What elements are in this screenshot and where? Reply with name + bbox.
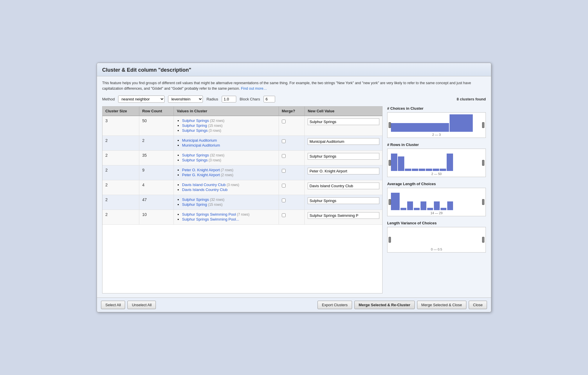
cell-row-count: 50 [139, 116, 174, 136]
avg-len-chart-section: Average Length of Choices [387, 182, 486, 216]
radius-label: Radius [206, 97, 218, 101]
close-button[interactable]: Close [469, 301, 487, 309]
value-row-count: (7 rows) [236, 212, 250, 217]
new-value-input[interactable] [308, 118, 379, 125]
cell-row-count: 9 [139, 165, 174, 180]
list-item: Municipal Auditorium [182, 138, 276, 143]
cell-new-value [305, 195, 382, 210]
choices-slider-right[interactable] [482, 122, 484, 128]
cell-cluster-size: 2 [102, 150, 139, 165]
avg-len-slider-right[interactable] [482, 199, 484, 205]
value-row-count: (2 rows) [220, 173, 233, 177]
table-row: 350Sulphur Springs (32 rows)Sulphur Spri… [102, 116, 382, 136]
cell-new-value [305, 210, 382, 224]
value-link[interactable]: Sulphur Springs [182, 118, 209, 123]
value-row-count: (15 rows) [207, 203, 222, 207]
rows-slider-right[interactable] [482, 160, 484, 166]
rows-chart-section: # Rows in Cluster [387, 143, 486, 177]
keying-select[interactable]: levenshtein [168, 95, 203, 103]
merge-checkbox[interactable] [282, 184, 286, 188]
method-select[interactable]: nearest neighbor [118, 95, 165, 103]
value-link[interactable]: Sulphur Spring [182, 123, 207, 128]
cell-values: Sulphur Springs (32 rows)Sulphur Spings … [174, 150, 279, 165]
value-link[interactable]: Davis Islands Country Club [182, 188, 228, 192]
new-value-input[interactable] [308, 183, 379, 189]
cell-merge [279, 136, 305, 150]
new-value-input[interactable] [308, 153, 379, 160]
select-all-button[interactable]: Select All [101, 301, 125, 309]
row-bar-1 [391, 154, 397, 171]
merge-checkbox[interactable] [282, 169, 286, 173]
value-link[interactable]: Munimcipal Auditorium [182, 143, 220, 147]
value-link[interactable]: Sulphur Springs Swimming Pool... [182, 217, 239, 221]
rows-chart-title: # Rows in Cluster [387, 143, 486, 147]
value-link[interactable]: Sulphur Springs [182, 197, 209, 202]
merge-re-cluster-button[interactable]: Merge Selected & Re-Cluster [354, 301, 415, 309]
avg-len-chart-wrapper: 14 — 29 [387, 188, 486, 216]
unselect-all-button[interactable]: Unselect All [127, 301, 156, 309]
value-link[interactable]: Sulphur Spings [182, 128, 208, 133]
avg-bar-6 [427, 208, 433, 210]
method-label: Method [102, 97, 115, 101]
value-link[interactable]: Sulphur Springs [182, 153, 209, 157]
merge-close-button[interactable]: Merge Selected & Close [417, 301, 466, 309]
choices-bar-1 [391, 123, 449, 132]
list-item: Sulphur Spings (3 rows) [182, 128, 276, 133]
list-item: Sulphur Spings (3 rows) [182, 158, 276, 162]
value-link[interactable]: Peter G. Knight Airport [182, 173, 220, 177]
choices-chart-bars [387, 114, 486, 132]
avg-len-chart-range: 14 — 29 [387, 211, 486, 215]
new-value-input[interactable] [308, 138, 379, 145]
rows-slider-left[interactable] [389, 160, 391, 166]
col-new-value: New Cell Value [305, 107, 382, 116]
value-row-count: (7 rows) [220, 168, 233, 172]
value-link[interactable]: Sulphur Springs Swimming Pool [182, 212, 236, 217]
radius-input[interactable] [222, 96, 236, 102]
find-out-more-link[interactable]: Find out more… [241, 86, 267, 91]
value-link[interactable]: Davis Island Country Club [182, 183, 226, 187]
avg-len-chart-title: Average Length of Choices [387, 182, 486, 186]
cell-merge [279, 150, 305, 165]
content-area: Cluster Size Row Count Values in Cluster… [102, 106, 486, 294]
dialog-footer: Select All Unselect All Export Clusters … [97, 298, 491, 312]
cell-merge [279, 165, 305, 180]
col-cluster-size: Cluster Size [102, 107, 139, 116]
list-item: Sulphur Springs (32 rows) [182, 118, 276, 123]
row-bar-7 [433, 169, 439, 171]
merge-checkbox[interactable] [282, 213, 286, 217]
avg-len-slider-left[interactable] [389, 199, 391, 205]
len-var-slider-right[interactable] [482, 237, 484, 243]
cell-cluster-size: 2 [102, 165, 139, 180]
len-var-slider-left[interactable] [389, 237, 391, 243]
table-row: 22Municipal AuditoriumMunimcipal Auditor… [102, 136, 382, 150]
export-clusters-button[interactable]: Export Clusters [318, 301, 352, 309]
new-value-input[interactable] [308, 197, 379, 204]
avg-bar-5 [421, 201, 426, 210]
list-item: Sulphur Springs (32 rows) [182, 197, 276, 202]
len-var-chart-bars [387, 229, 486, 246]
value-link[interactable]: Sulphur Spings [182, 158, 208, 162]
row-bar-8 [440, 169, 446, 171]
cell-merge [279, 180, 305, 195]
merge-checkbox[interactable] [282, 139, 286, 143]
list-item: Sulphur Springs Swimming Pool (7 rows) [182, 212, 276, 217]
value-link[interactable]: Municipal Auditorium [182, 138, 217, 143]
block-chars-input[interactable] [264, 96, 275, 102]
merge-checkbox[interactable] [282, 120, 286, 123]
new-value-input[interactable] [308, 168, 379, 174]
list-item: Davis Island Country Club (3 rows) [182, 183, 276, 187]
len-var-chart-section: Length Variance of Choices 0 — 0.5 [387, 221, 486, 253]
choices-slider-left[interactable] [389, 122, 391, 128]
cell-new-value [305, 116, 382, 136]
new-value-input[interactable] [308, 212, 379, 219]
merge-checkbox[interactable] [282, 199, 286, 202]
value-link[interactable]: Sulphur Spring [182, 202, 207, 207]
len-var-chart-range: 0 — 0.5 [387, 248, 486, 251]
rows-chart-bars [387, 151, 486, 171]
merge-checkbox[interactable] [282, 154, 286, 158]
col-values: Values in Cluster [174, 107, 279, 116]
list-item: Peter G. Knight Airport (2 rows) [182, 173, 276, 177]
list-item: Sulphur Springs (32 rows) [182, 153, 276, 157]
value-link[interactable]: Peter O. Knight Airport [182, 168, 220, 172]
cluster-edit-dialog: Cluster & Edit column "description" This… [97, 63, 491, 312]
